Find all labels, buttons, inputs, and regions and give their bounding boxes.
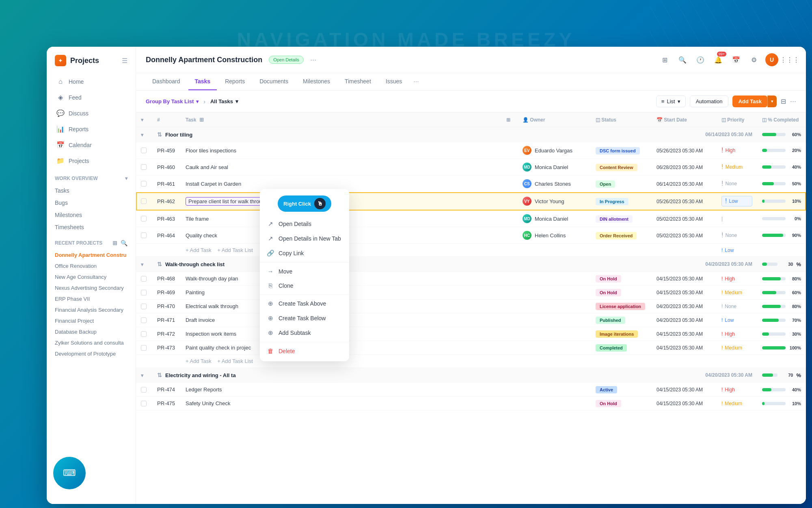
recent-project-financial-analysis[interactable]: Financial Analysis Secondary bbox=[47, 304, 136, 315]
checkbox-468[interactable] bbox=[141, 276, 147, 282]
recent-project-new-age[interactable]: New Age Consultancy bbox=[47, 271, 136, 282]
tab-documents[interactable]: Documents bbox=[253, 73, 295, 90]
recent-project-database[interactable]: Database Backup bbox=[47, 326, 136, 337]
recent-project-erp[interactable]: ERP Phase VII bbox=[47, 293, 136, 304]
checkbox-475[interactable] bbox=[141, 401, 147, 406]
sidebar-item-timesheets[interactable]: Timesheets bbox=[47, 221, 136, 233]
group-chevron-cell[interactable]: ▾ bbox=[136, 127, 152, 142]
editing-task-cell[interactable]: Prepare client list for walk through bbox=[186, 197, 271, 206]
ctx-add-subtask-icon: ⊕ bbox=[266, 329, 274, 336]
add-task-list-link-floor[interactable]: + Add Task List bbox=[217, 247, 253, 253]
all-tasks-button[interactable]: All Tasks ▾ bbox=[210, 98, 238, 104]
tab-issues[interactable]: Issues bbox=[379, 73, 408, 90]
toolbar: Group By Task List ▾ › All Tasks ▾ ≡ Lis… bbox=[136, 91, 806, 113]
checkbox-471[interactable] bbox=[141, 317, 147, 323]
owner-avatar-459: EV bbox=[523, 146, 531, 155]
clock-icon[interactable]: 🕐 bbox=[694, 53, 707, 66]
recent-project-donnelly[interactable]: Donnelly Apartment Constru bbox=[47, 250, 136, 261]
add-task-dropdown-button[interactable]: ▾ bbox=[767, 96, 777, 107]
ctx-open-new-tab[interactable]: ↗ Open Details in New Tab bbox=[260, 231, 349, 246]
notification-icon[interactable]: 🔔 99+ bbox=[712, 53, 725, 66]
row-task-460[interactable]: Caulk and Air seal bbox=[181, 159, 501, 176]
group-name-cell: ⇅ Floor tiling bbox=[152, 127, 501, 142]
calendar-topbar-icon[interactable]: 📅 bbox=[730, 53, 743, 66]
recent-project-financial[interactable]: Financial Project bbox=[47, 315, 136, 326]
group2-chevron-icon[interactable]: ▾ bbox=[141, 262, 143, 267]
sidebar-item-discuss[interactable]: 💬 Discuss bbox=[52, 106, 131, 121]
sidebar-item-milestones[interactable]: Milestones bbox=[47, 209, 136, 221]
sidebar-item-projects[interactable]: 📁 Projects bbox=[52, 153, 131, 168]
checkbox-469[interactable] bbox=[141, 290, 147, 295]
checkbox-461[interactable] bbox=[141, 181, 147, 187]
search-icon[interactable]: 🔍 bbox=[676, 53, 689, 66]
checkbox-464[interactable] bbox=[141, 232, 147, 238]
settings-icon[interactable]: ⚙ bbox=[747, 53, 760, 66]
recent-project-dev-prototype[interactable]: Development of Prototype bbox=[47, 348, 136, 359]
ctx-create-below[interactable]: ⊕ Create Task Below bbox=[260, 311, 349, 326]
add-icon[interactable]: ⊞ bbox=[658, 53, 671, 66]
recent-projects-section: Recent Projects ⊞ 🔍 bbox=[47, 233, 136, 250]
add-task-button[interactable]: Add Task bbox=[732, 96, 767, 107]
sidebar-item-reports[interactable]: 📊 Reports bbox=[52, 122, 131, 137]
tab-dashboard[interactable]: Dashboard bbox=[146, 73, 187, 90]
add-task-list-link-walk[interactable]: + Add Task List bbox=[217, 358, 253, 364]
sidebar-item-home[interactable]: ⌂ Home bbox=[52, 74, 131, 89]
recent-project-zylker[interactable]: Zylker Solutions and consulta bbox=[47, 337, 136, 348]
list-view-button[interactable]: ≡ List ▾ bbox=[656, 96, 686, 107]
work-overview-toggle[interactable]: ▾ bbox=[125, 176, 127, 181]
ctx-clone[interactable]: ⎘ Clone bbox=[260, 278, 349, 293]
group-by-chevron-icon: ▾ bbox=[196, 99, 199, 104]
add-task-link-floor[interactable]: + Add Task bbox=[186, 247, 212, 253]
tab-more-icon[interactable]: ··· bbox=[410, 73, 422, 90]
row-task-459[interactable]: Floor tiles inspections bbox=[181, 142, 501, 159]
sidebar-item-tasks[interactable]: Tasks bbox=[47, 185, 136, 197]
tab-tasks[interactable]: Tasks bbox=[188, 73, 217, 90]
checkbox-473[interactable] bbox=[141, 345, 147, 351]
tab-milestones[interactable]: Milestones bbox=[296, 73, 337, 90]
row-num-460: PR-460 bbox=[152, 159, 181, 176]
topbar-more-icon[interactable]: ··· bbox=[310, 56, 316, 64]
checkbox-462[interactable] bbox=[141, 198, 147, 204]
sidebar-item-projects-label: Projects bbox=[69, 158, 89, 164]
recent-filter-icon[interactable]: ⊞ bbox=[112, 240, 117, 246]
sidebar-item-bugs[interactable]: Bugs bbox=[47, 197, 136, 209]
group-chevron-icon[interactable]: ▾ bbox=[141, 132, 143, 138]
checkbox-459[interactable] bbox=[141, 148, 147, 153]
group-sort-icon: ⇅ bbox=[157, 131, 162, 138]
checkbox-463[interactable] bbox=[141, 216, 147, 221]
reports-icon: 📊 bbox=[56, 125, 65, 133]
user-avatar[interactable]: U bbox=[765, 53, 778, 66]
sidebar: ✦ Projects ☰ ⌂ Home ◈ Feed 💬 Discuss 📊 R… bbox=[47, 47, 136, 504]
group3-chevron-icon[interactable]: ▾ bbox=[141, 373, 143, 378]
tab-timesheet[interactable]: Timesheet bbox=[338, 73, 378, 90]
checkbox-474[interactable] bbox=[141, 387, 147, 393]
ctx-copy-link[interactable]: 🔗 Copy Link bbox=[260, 246, 349, 261]
sidebar-item-feed[interactable]: ◈ Feed bbox=[52, 90, 131, 105]
toolbar-more-icon[interactable]: ··· bbox=[790, 97, 796, 106]
group-electricity-label: Electricity and wiring - All ta bbox=[165, 372, 236, 378]
group-floor-tiling-label: Floor tiling bbox=[165, 132, 192, 138]
open-details-badge[interactable]: Open Details bbox=[269, 56, 304, 64]
hamburger-menu-icon[interactable]: ☰ bbox=[122, 57, 127, 65]
filter-icon[interactable]: ⊟ bbox=[781, 98, 786, 105]
collapse-all-icon[interactable]: ▾ bbox=[141, 117, 143, 123]
checkbox-460[interactable] bbox=[141, 164, 147, 170]
group-by-button[interactable]: Group By Task List ▾ bbox=[146, 98, 199, 104]
add-task-link-walk[interactable]: + Add Task bbox=[186, 358, 212, 364]
table-row: PR-472 Inspection work items Image itera… bbox=[136, 327, 806, 341]
recent-project-nexus[interactable]: Nexus Advertising Secondary bbox=[47, 282, 136, 293]
ctx-delete[interactable]: 🗑 Delete bbox=[260, 344, 349, 358]
automation-button[interactable]: Automation bbox=[690, 96, 729, 107]
recent-search-icon[interactable]: 🔍 bbox=[121, 240, 127, 246]
apps-grid-icon[interactable]: ⋮⋮⋮ bbox=[783, 53, 796, 66]
ctx-move[interactable]: → Move bbox=[260, 264, 349, 278]
list-label: List bbox=[667, 98, 675, 104]
checkbox-470[interactable] bbox=[141, 304, 147, 309]
recent-project-office[interactable]: Office Renovation bbox=[47, 261, 136, 271]
checkbox-472[interactable] bbox=[141, 331, 147, 337]
ctx-create-above[interactable]: ⊕ Create Task Above bbox=[260, 296, 349, 311]
ctx-open-details[interactable]: ↗ Open Details bbox=[260, 217, 349, 231]
tab-reports[interactable]: Reports bbox=[218, 73, 251, 90]
sidebar-item-calendar[interactable]: 📅 Calendar bbox=[52, 137, 131, 152]
ctx-add-subtask[interactable]: ⊕ Add Subtask bbox=[260, 326, 349, 340]
